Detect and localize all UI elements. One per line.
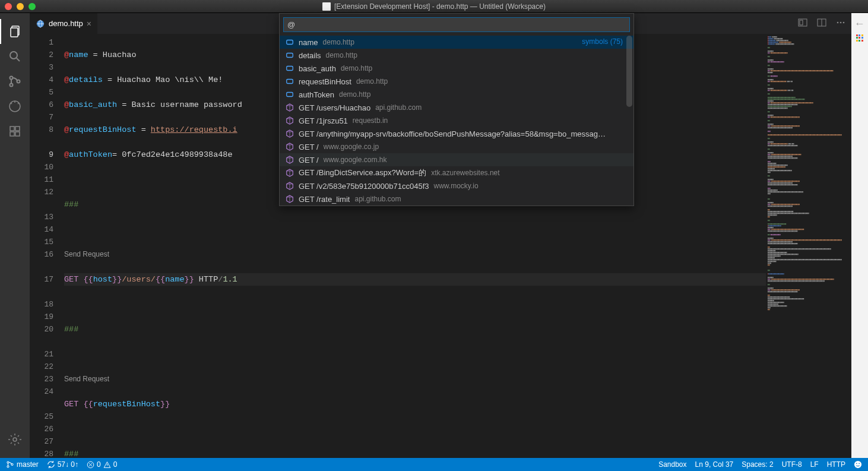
activity-settings[interactable] bbox=[0, 427, 30, 452]
quick-pick-item[interactable]: authTokendemo.http bbox=[280, 88, 633, 101]
quick-pick-item[interactable]: GET /v2/583e75b9120000b71cc045f3www.mock… bbox=[280, 179, 633, 192]
quick-pick-item-label: name bbox=[299, 38, 318, 47]
quick-pick-item-label: details bbox=[299, 51, 321, 60]
status-git-branch[interactable]: master bbox=[6, 460, 39, 469]
symbol-icon bbox=[286, 129, 294, 138]
browser-sidebar: ← bbox=[851, 13, 868, 458]
quick-pick-item[interactable]: GET /users/Huachaoapi.github.com bbox=[280, 101, 633, 114]
maximize-window-button[interactable] bbox=[28, 3, 36, 10]
tab-label: demo.http bbox=[49, 19, 83, 28]
svg-rect-26 bbox=[287, 40, 293, 45]
window-title-text: [Extension Development Host] - demo.http… bbox=[334, 2, 546, 11]
activity-explorer[interactable] bbox=[0, 19, 30, 44]
activity-extensions[interactable] bbox=[0, 119, 30, 144]
svg-point-2 bbox=[10, 52, 17, 59]
back-arrow-icon[interactable]: ← bbox=[857, 18, 863, 30]
more-actions-icon[interactable] bbox=[836, 18, 845, 30]
symbol-icon bbox=[286, 169, 294, 177]
status-eol[interactable]: LF bbox=[810, 460, 819, 469]
quick-pick-item[interactable]: basic_authdemo.http bbox=[280, 62, 633, 75]
status-indentation[interactable]: Spaces: 2 bbox=[742, 460, 773, 469]
status-encoding[interactable]: UTF-8 bbox=[782, 460, 802, 469]
quick-pick-item-label: GET /BingDictService.aspx?Word=的 bbox=[299, 167, 426, 178]
quick-pick-item[interactable]: detailsdemo.http bbox=[280, 49, 633, 62]
send-request-codelens[interactable]: Send Request bbox=[64, 248, 766, 261]
quick-pick-item-detail: api.github.com bbox=[354, 195, 401, 203]
svg-line-3 bbox=[17, 58, 20, 61]
minimize-window-button[interactable] bbox=[17, 3, 24, 10]
quick-pick-item[interactable]: GET /BingDictService.aspx?Word=的xtk.azur… bbox=[280, 166, 633, 179]
symbols-count-badge: symbols (75) bbox=[582, 37, 623, 46]
svg-rect-30 bbox=[287, 93, 293, 97]
quick-pick-item-detail: api.github.com bbox=[375, 103, 422, 112]
svg-rect-13 bbox=[10, 132, 14, 136]
activity-scm[interactable] bbox=[0, 69, 30, 94]
quick-pick-item-detail: demo.http bbox=[323, 38, 354, 46]
split-editor-icon[interactable] bbox=[798, 18, 807, 30]
quick-pick-item[interactable]: GET /www.google.co.jp bbox=[280, 140, 633, 153]
quick-pick-scrollbar[interactable] bbox=[626, 36, 632, 107]
status-feedback-icon[interactable] bbox=[854, 460, 862, 469]
symbol-icon bbox=[286, 182, 294, 190]
minimap[interactable]: █████ ███████ ████████ ████████████ ████… bbox=[766, 34, 843, 458]
status-cursor-position[interactable]: Ln 9, Col 37 bbox=[695, 460, 734, 469]
symbol-icon bbox=[286, 38, 294, 46]
quick-pick-item-label: GET /users/Huachao bbox=[299, 103, 370, 112]
quick-pick-item-label: GET / bbox=[299, 143, 319, 151]
quick-pick-item-label: authToken bbox=[299, 90, 334, 99]
editor-area: demo.http × 123456 78 9101112 bbox=[30, 13, 851, 458]
svg-point-15 bbox=[13, 438, 17, 441]
tab-close-button[interactable]: × bbox=[87, 19, 91, 29]
editor-scrollbar[interactable] bbox=[843, 34, 851, 458]
quick-pick-item-label: GET /v2/583e75b9120000b71cc045f3 bbox=[299, 182, 429, 191]
quick-pick-item-detail: www.google.co.jp bbox=[324, 143, 379, 151]
apps-grid-icon[interactable] bbox=[856, 34, 863, 42]
quick-pick-item[interactable]: GET /www.google.com.hk bbox=[280, 153, 633, 166]
svg-line-9 bbox=[11, 103, 12, 104]
status-sandbox[interactable]: Sandbox bbox=[658, 460, 686, 469]
svg-point-31 bbox=[7, 461, 9, 463]
quick-pick-item-label: GET /rate_limit bbox=[299, 195, 350, 204]
activity-search[interactable] bbox=[0, 44, 30, 69]
http-file-icon bbox=[36, 19, 45, 29]
quick-pick-item-detail: xtk.azurewebsites.net bbox=[431, 169, 499, 177]
symbol-icon bbox=[286, 103, 294, 112]
line-gutter: 123456 78 9101112 13141516 17 181920 212… bbox=[30, 34, 64, 458]
quick-pick-item[interactable]: namedemo.http bbox=[280, 36, 633, 49]
quick-pick-item-detail: requestb.in bbox=[353, 116, 388, 125]
activity-debug[interactable] bbox=[0, 94, 30, 119]
svg-point-25 bbox=[843, 21, 845, 23]
svg-point-23 bbox=[837, 21, 839, 23]
quick-pick-item[interactable]: GET /1jrszu51requestb.in bbox=[280, 114, 633, 127]
quick-pick-item[interactable]: requestBinHostdemo.http bbox=[280, 75, 633, 88]
svg-point-4 bbox=[10, 77, 13, 80]
svg-rect-20 bbox=[800, 20, 803, 25]
symbol-icon bbox=[286, 143, 294, 151]
status-problems[interactable]: 0 0 bbox=[87, 460, 117, 469]
symbol-icon bbox=[286, 77, 294, 86]
quick-pick-item-detail: www.google.com.hk bbox=[324, 156, 387, 164]
quick-pick-item-detail: demo.http bbox=[326, 51, 357, 59]
window-title: [Extension Development Host] - demo.http… bbox=[322, 2, 546, 11]
svg-rect-14 bbox=[15, 132, 20, 136]
send-request-codelens[interactable]: Send Request bbox=[64, 373, 766, 385]
quick-pick-input[interactable] bbox=[283, 17, 630, 32]
svg-point-5 bbox=[10, 84, 13, 87]
quick-pick-item-detail: demo.http bbox=[339, 90, 370, 99]
close-window-button[interactable] bbox=[5, 3, 12, 10]
quick-pick-item-detail: www.mocky.io bbox=[434, 182, 479, 190]
status-language[interactable]: HTTP bbox=[827, 460, 845, 469]
tab-demo-http[interactable]: demo.http × bbox=[30, 13, 97, 34]
quick-pick-item[interactable]: GET /anything/myapp-srv/backoffice/boSen… bbox=[280, 127, 633, 140]
symbol-icon bbox=[286, 90, 294, 99]
quick-pick-item-detail: demo.http bbox=[356, 77, 388, 86]
svg-line-10 bbox=[18, 103, 19, 104]
symbol-icon bbox=[286, 51, 294, 59]
status-bar: master 57↓ 0↑ 0 0 Sandbox Ln 9, Col 37 S… bbox=[0, 458, 868, 471]
quick-pick: symbols (75) namedemo.httpdetailsdemo.ht… bbox=[279, 13, 634, 206]
quick-pick-item[interactable]: GET /rate_limitapi.github.com bbox=[280, 192, 633, 206]
svg-point-40 bbox=[859, 463, 860, 464]
status-sync[interactable]: 57↓ 0↑ bbox=[47, 460, 78, 469]
svg-point-32 bbox=[7, 466, 9, 467]
split-layout-icon[interactable] bbox=[817, 18, 826, 30]
